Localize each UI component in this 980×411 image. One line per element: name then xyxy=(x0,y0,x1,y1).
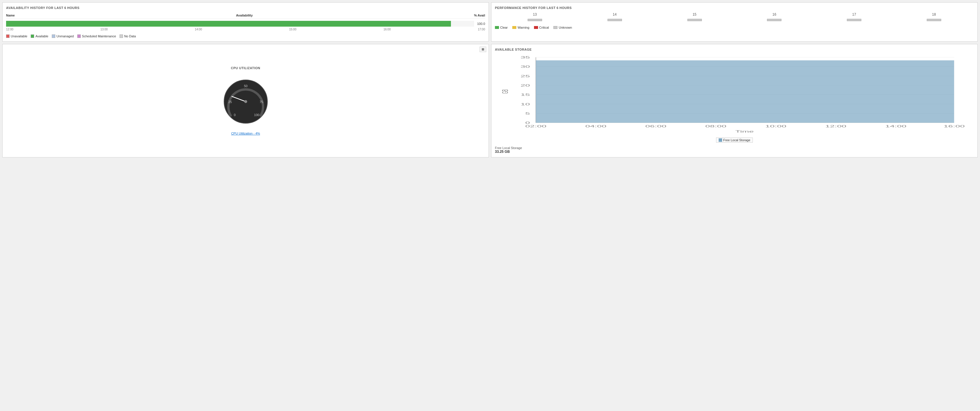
availability-table-header: Name Availability % Avail xyxy=(6,13,485,19)
svg-text:Time: Time xyxy=(735,130,754,134)
svg-text:02:00: 02:00 xyxy=(525,124,546,128)
perf-col-17: 17 xyxy=(847,13,861,21)
perf-time-14: 14 xyxy=(613,13,616,16)
perf-bar-17 xyxy=(847,19,861,21)
svg-text:14:00: 14:00 xyxy=(885,124,907,128)
legend-label-available: Available xyxy=(35,35,48,38)
svg-text:06:00: 06:00 xyxy=(645,124,666,128)
cpu-panel: ⊞ CPU UTILIZATION xyxy=(2,44,489,158)
storage-legend-item: Free Local Storage xyxy=(716,137,753,143)
perf-label-unknown: Unknown xyxy=(558,26,572,29)
time-label-2: 14:00 xyxy=(195,28,202,31)
performance-title: PERFORMANCE HISTORY FOR LAST 6 HOURS xyxy=(495,6,974,10)
perf-col-13: 13 xyxy=(528,13,542,21)
perf-bar-14 xyxy=(608,19,622,21)
availability-title: AVAILABILITY HISTORY FOR LAST 6 HOURS xyxy=(6,6,485,10)
svg-text:16:00: 16:00 xyxy=(943,124,965,128)
legend-nodata: No Data xyxy=(119,35,136,38)
perf-time-15: 15 xyxy=(693,13,696,16)
legend-label-nodata: No Data xyxy=(124,35,136,38)
svg-text:10:00: 10:00 xyxy=(765,124,786,128)
perf-legend-unknown: Unknown xyxy=(554,26,572,29)
svg-text:25: 25 xyxy=(520,74,530,78)
legend-scheduled: Scheduled Maintenance xyxy=(77,35,116,38)
svg-text:5: 5 xyxy=(525,112,530,115)
perf-legend-clear: Clear xyxy=(495,26,508,29)
legend-unmanaged: Unmanaged xyxy=(52,35,74,38)
perf-legend-warning: Warning xyxy=(512,26,529,29)
storage-legend-color xyxy=(719,139,722,142)
perf-color-unknown xyxy=(554,26,557,29)
svg-text:0: 0 xyxy=(525,121,530,124)
perf-col-18: 18 xyxy=(927,13,941,21)
gauge-label-25: 25 xyxy=(228,100,232,104)
dashboard: AVAILABILITY HISTORY FOR LAST 6 HOURS Na… xyxy=(0,0,980,160)
storage-legend: Free Local Storage xyxy=(495,137,974,143)
gauge-label-100: 100 xyxy=(254,113,259,117)
cpu-gauge: 0 25 50 75 100 xyxy=(223,78,269,125)
legend-color-available xyxy=(31,35,34,38)
time-label-4: 16:00 xyxy=(383,28,391,31)
perf-time-17: 17 xyxy=(852,13,856,16)
performance-grid: 13 14 15 16 17 18 xyxy=(495,13,974,21)
storage-footer-label: Free Local Storage xyxy=(495,146,974,150)
availability-bar-row: 100.0 xyxy=(6,21,485,27)
availability-panel: AVAILABILITY HISTORY FOR LAST 6 HOURS Na… xyxy=(2,2,489,42)
legend-label-unmanaged: Unmanaged xyxy=(56,35,74,38)
storage-chart-area: 35 30 25 20 15 10 5 0 GB xyxy=(498,54,971,135)
perf-bar-13 xyxy=(528,19,542,21)
svg-text:15: 15 xyxy=(520,93,530,97)
legend-unavailable: Unavailable xyxy=(6,35,27,38)
time-label-0: 12:00 xyxy=(6,28,13,31)
storage-legend-label: Free Local Storage xyxy=(723,139,751,142)
perf-bar-15 xyxy=(687,19,702,21)
svg-text:35: 35 xyxy=(520,56,530,59)
svg-text:30: 30 xyxy=(520,65,530,68)
gauge-label-75: 75 xyxy=(259,100,263,104)
storage-footer-value: 33.25 GB xyxy=(495,150,974,154)
cpu-title: CPU UTILIZATION xyxy=(231,66,260,70)
legend-available: Available xyxy=(31,35,48,38)
storage-footer: Free Local Storage 33.25 GB xyxy=(495,146,974,154)
gauge-label-50: 50 xyxy=(244,84,247,88)
legend-label-scheduled: Scheduled Maintenance xyxy=(82,35,116,38)
gauge-pivot xyxy=(244,100,247,103)
perf-label-warning: Warning xyxy=(517,26,529,29)
legend-color-scheduled xyxy=(77,35,81,38)
perf-legend-critical: Critical xyxy=(534,26,549,29)
perf-bar-18 xyxy=(927,19,941,21)
perf-time-18: 18 xyxy=(932,13,936,16)
perf-col-16: 16 xyxy=(767,13,781,21)
time-label-1: 13:00 xyxy=(100,28,108,31)
perf-color-warning xyxy=(512,26,516,29)
cpu-expand-button[interactable]: ⊞ xyxy=(480,46,486,52)
storage-title: AVAILABLE STORAGE xyxy=(495,48,974,51)
cpu-link[interactable]: CPU Utilization - 4% xyxy=(231,132,260,135)
storage-area-fill xyxy=(536,61,954,123)
performance-panel: PERFORMANCE HISTORY FOR LAST 6 HOURS 13 … xyxy=(491,2,978,42)
legend-color-nodata xyxy=(119,35,123,38)
svg-text:20: 20 xyxy=(520,84,530,87)
availability-bar-wrapper xyxy=(6,21,474,27)
svg-text:12:00: 12:00 xyxy=(825,124,846,128)
col-name: Name xyxy=(6,14,15,17)
svg-text:08:00: 08:00 xyxy=(705,124,727,128)
perf-label-critical: Critical xyxy=(539,26,549,29)
time-label-3: 15:00 xyxy=(289,28,296,31)
perf-time-16: 16 xyxy=(773,13,776,16)
perf-col-15: 15 xyxy=(687,13,702,21)
perf-bar-16 xyxy=(767,19,781,21)
col-availability: Availability xyxy=(236,14,253,17)
time-label-5: 17:00 xyxy=(478,28,485,31)
svg-text:GB: GB xyxy=(500,89,510,94)
cpu-expand-icon: ⊞ xyxy=(482,48,484,51)
perf-color-clear xyxy=(495,26,499,29)
perf-label-clear: Clear xyxy=(500,26,508,29)
svg-text:10: 10 xyxy=(520,102,530,106)
col-pct-avail: % Avail xyxy=(474,14,485,17)
storage-chart-svg: 35 30 25 20 15 10 5 0 GB xyxy=(498,54,971,135)
availability-time-axis: 12:00 13:00 14:00 15:00 16:00 17:00 xyxy=(6,28,485,31)
perf-col-14: 14 xyxy=(608,13,622,21)
availability-pct: 100.0 xyxy=(477,22,485,25)
legend-color-unmanaged xyxy=(52,35,55,38)
